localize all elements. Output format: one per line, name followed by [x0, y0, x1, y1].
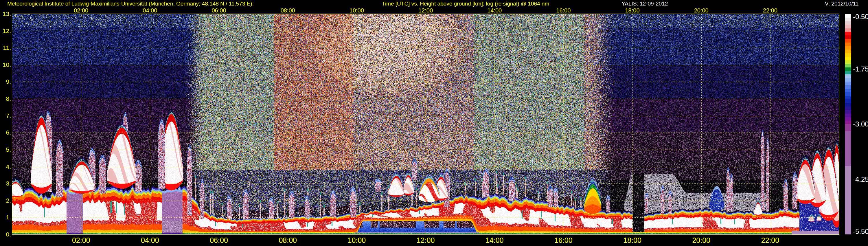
colorbar [845, 14, 851, 235]
system-date-label: YALIS: 12-09-2012 [621, 1, 668, 7]
x-tick-bottom-14:00: 14:00 [476, 237, 513, 244]
y-tick-3km: 3. [0, 180, 11, 187]
y-tick-5km: 5. [0, 147, 11, 153]
x-tick-top-02:00: 02:00 [65, 7, 97, 13]
x-tick-bottom-10:00: 10:00 [338, 237, 376, 244]
x-tick-top-22:00: 22:00 [754, 7, 786, 13]
x-tick-top-10:00: 10:00 [341, 7, 373, 13]
x-tick-top-16:00: 16:00 [548, 7, 579, 13]
x-tick-bottom-20:00: 20:00 [683, 237, 720, 244]
x-tick-bottom-12:00: 12:00 [407, 237, 444, 244]
x-tick-bottom-08:00: 08:00 [269, 237, 307, 244]
x-tick-top-14:00: 14:00 [478, 7, 510, 13]
x-tick-top-18:00: 18:00 [617, 7, 648, 13]
colorbar-tick--0.50: -0.50 [853, 13, 868, 20]
y-tick-7km: 7. [0, 113, 11, 119]
x-tick-top-12:00: 12:00 [410, 7, 441, 13]
version-label: V: 2012/10/11 [825, 1, 859, 7]
lidar-quicklook-page: Meteorological Institute of Ludwig-Maxim… [0, 0, 868, 246]
y-tick-9km: 9. [0, 79, 11, 85]
y-tick-0km: 0. [0, 231, 11, 238]
x-tick-top-06:00: 06:00 [203, 7, 235, 13]
x-tick-bottom-06:00: 06:00 [200, 237, 238, 244]
x-tick-bottom-18:00: 18:00 [614, 237, 651, 244]
y-tick-6km: 6. [0, 129, 11, 136]
x-tick-bottom-16:00: 16:00 [545, 237, 582, 244]
y-tick-10km: 10. [0, 62, 11, 68]
colorbar-tick--4.25: -4.25 [853, 176, 868, 183]
x-tick-top-08:00: 08:00 [272, 7, 304, 13]
x-tick-bottom-22:00: 22:00 [751, 237, 789, 244]
y-tick-13km: 13. [0, 11, 11, 17]
x-tick-top-20:00: 20:00 [685, 7, 717, 13]
institute-title: Meteorological Institute of Ludwig-Maxim… [7, 1, 254, 7]
colorbar-tick--1.75: -1.75 [853, 66, 868, 73]
x-tick-bottom-04:00: 04:00 [131, 237, 169, 244]
x-tick-top-04:00: 04:00 [134, 7, 166, 13]
y-tick-8km: 8. [0, 95, 11, 102]
y-tick-2km: 2. [0, 197, 11, 204]
plot-title: Time [UTC] vs. Height above ground [km]:… [382, 1, 549, 7]
x-tick-bottom-02:00: 02:00 [62, 237, 100, 244]
heatmap-plot-area [12, 14, 839, 235]
colorbar-tick--3.00: -3.00 [853, 121, 868, 128]
y-tick-11km: 11. [0, 44, 11, 51]
y-tick-12km: 12. [0, 28, 11, 34]
y-tick-4km: 4. [0, 163, 11, 170]
y-tick-1km: 1. [0, 214, 11, 220]
colorbar-tick--5.50: -5.50 [853, 228, 868, 235]
